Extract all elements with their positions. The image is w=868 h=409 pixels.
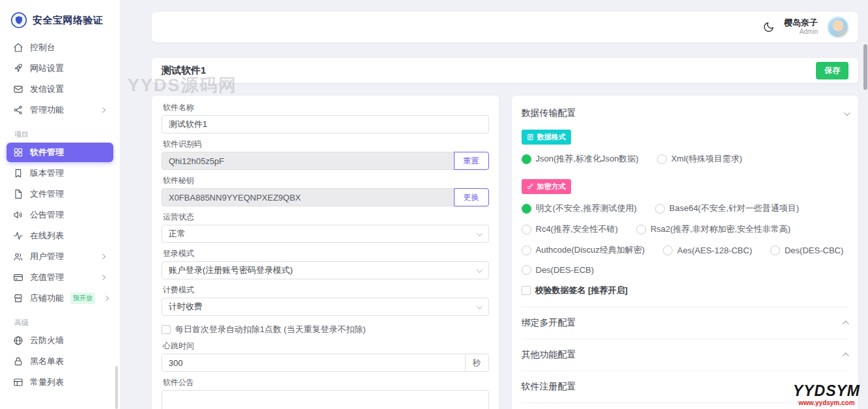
radio-icon [522,265,531,275]
chevron-up-icon [843,320,849,327]
radio-option-des-ecb[interactable]: Des(DES-ECB) [522,265,595,275]
billing-mode-label: 计费模式 [163,285,488,294]
credit-card-icon [13,272,23,283]
daily-deduct-checkbox-row[interactable]: 每日首次登录自动扣除1点数 (当天重复登录不扣除) [161,324,489,335]
sidebar-item-console[interactable]: 控制台 [7,38,113,57]
chevron-right-icon [100,107,105,113]
announcement-icon [13,210,23,220]
sidebar-item-admin-functions[interactable]: 管理功能 [7,100,113,120]
sidebar-item-label: 控制台 [30,42,107,53]
page-scrollbar-thumb[interactable] [863,44,867,90]
section-bind-multiopen-config[interactable]: 绑定多开配置 [522,307,849,339]
operation-status-label: 运营状态 [163,212,488,221]
radio-option-aes[interactable]: Aes(AES-128-CBC) [663,244,752,256]
section-other-functions-config[interactable]: 其他功能配置 [522,339,849,371]
radio-icon [522,246,531,255]
radio-option-des-cbc[interactable]: Des(DES-CBC) [770,244,843,256]
sidebar-scrollbar-thumb[interactable] [115,366,118,409]
sidebar-section-advanced: 高级 [14,318,120,328]
notice-textarea[interactable] [161,390,489,409]
software-name-input[interactable] [161,115,489,134]
mail-icon [13,84,23,94]
dark-mode-toggle-icon[interactable] [763,21,775,33]
change-key-button[interactable]: 更换 [454,188,489,206]
site-logo-url: www.yydsym.com [793,399,860,406]
radio-option-rc4[interactable]: Rc4(推荐,安全性不错) [522,223,618,235]
sidebar-item-blacklist[interactable]: 黑名单表 [7,352,113,371]
key-icon [527,183,534,190]
radio-option-json[interactable]: Json(推荐,标准化Json数据) [522,153,639,165]
transfer-config-header[interactable]: 数据传输配置 [522,97,849,124]
operation-status-value: 正常 [169,228,186,240]
globe-icon [13,335,23,346]
radio-icon [522,204,531,214]
chevron-right-icon [100,254,105,259]
brand-title: 安全宝网络验证 [33,14,104,27]
activity-icon [13,231,23,241]
chevron-right-icon [100,275,105,280]
avatar[interactable] [827,16,849,38]
radio-option-plaintext[interactable]: 明文(不安全,推荐测试使用) [522,203,637,214]
sidebar-item-recharge-management[interactable]: 充值管理 [7,268,113,287]
sidebar-item-site-settings[interactable]: 网站设置 [7,59,113,78]
chevron-down-icon [476,303,483,309]
sidebar-item-shop-functions[interactable]: 店铺功能 预开放 [7,289,113,308]
sidebar-item-online-list[interactable]: 在线列表 [7,226,113,246]
radio-option-xml[interactable]: Xml(特殊项目需求) [657,153,742,165]
site-logo-title: YYDSYM [793,384,860,399]
sidebar-item-software-management[interactable]: 软件管理 [7,143,113,162]
checkbox-icon [161,325,171,334]
radio-icon [663,246,673,255]
reset-id-button[interactable]: 重置 [454,152,489,170]
radio-label: Des(DES-CBC) [785,246,843,255]
heartbeat-input[interactable] [162,354,465,371]
sidebar-item-label: 黑名单表 [30,356,107,367]
radio-label: Rc4(推荐,安全性不错) [536,223,618,235]
main-content: 樱岛奈子 Admin 测试软件1 保存 软件名称 软件识别码 重置 软件秘钥 更… [121,0,868,409]
radio-option-authcode[interactable]: Authcode(Discuz经典加解密) [522,244,645,256]
operation-status-select[interactable]: 正常 [161,225,489,243]
sidebar-item-file-management[interactable]: 文件管理 [7,184,113,204]
page-title-bar: 测试软件1 保存 [152,58,858,83]
radio-icon [770,246,780,255]
chevron-up-icon [843,352,849,359]
software-form-card: 软件名称 软件识别码 重置 软件秘钥 更换 运营状态 正常 登录模式 账户登录(… [152,96,499,409]
chevron-down-icon [476,230,483,236]
lock-icon [13,356,23,367]
notice-label: 软件公告 [163,378,488,387]
sidebar-item-cloud-firewall[interactable]: 云防火墙 [7,331,113,350]
brand-shield-icon [10,12,27,29]
daily-deduct-label: 每日首次登录自动扣除1点数 (当天重复登录不扣除) [175,324,366,335]
login-mode-select[interactable]: 账户登录(注册账号密码登录模式) [161,261,489,279]
save-button[interactable]: 保存 [816,62,848,79]
heartbeat-unit: 秒 [465,354,488,371]
sidebar-item-version-management[interactable]: 版本管理 [7,163,113,183]
sidebar-item-constants-list[interactable]: 常量列表 [7,373,113,392]
document-icon [527,134,534,141]
billing-mode-select[interactable]: 计时收费 [161,298,489,316]
user-name: 樱岛奈子 [784,18,818,28]
verify-sign-checkbox-row[interactable]: 校验数据签名 [推荐开启] [522,285,849,296]
radio-icon [522,154,531,164]
sidebar-item-user-management[interactable]: 用户管理 [7,247,113,266]
sidebar-item-label: 常量列表 [30,376,107,388]
sidebar-item-announcement-management[interactable]: 公告管理 [7,205,113,225]
section-title: 其他功能配置 [522,349,576,361]
radio-option-rsa2[interactable]: Rsa2(推荐,非对称加密,安全性非常高) [636,223,791,235]
sidebar-item-mail-settings[interactable]: 发信设置 [7,79,113,99]
brand: 安全宝网络验证 [0,0,120,36]
sidebar-item-label: 网站设置 [30,63,107,74]
radio-label: Authcode(Discuz经典加解密) [536,244,645,256]
chevron-right-icon [104,296,109,301]
checkbox-icon [522,286,531,295]
page-title: 测试软件1 [161,64,206,77]
software-name-label: 软件名称 [163,103,488,112]
radio-label: 明文(不安全,推荐测试使用) [536,203,637,214]
user-role: Admin [784,28,818,36]
chevron-down-icon [844,109,850,116]
home-icon [13,42,23,53]
sidebar-item-label: 软件管理 [30,147,107,158]
sidebar-item-label: 文件管理 [30,188,107,200]
radio-icon [657,154,667,164]
radio-option-base64[interactable]: Base64(不安全,针对一些普通项目) [655,203,799,214]
